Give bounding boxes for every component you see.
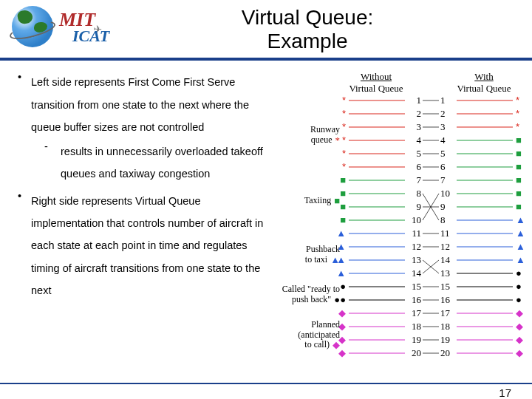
svg-text:▲: ▲ <box>516 241 525 252</box>
svg-text:15: 15 <box>440 281 450 292</box>
bullet-1: • Left side represents First Come First … <box>18 71 269 138</box>
svg-text:3: 3 <box>417 121 422 132</box>
svg-text:▲: ▲ <box>336 267 346 279</box>
svg-text:3: 3 <box>440 121 446 132</box>
svg-text:19: 19 <box>440 334 450 345</box>
svg-text:1: 1 <box>440 95 446 106</box>
bullet-1-text: Left side represents First Come First Se… <box>31 71 269 138</box>
svg-text:*: * <box>342 95 346 106</box>
svg-text:13: 13 <box>412 254 421 265</box>
svg-text:4: 4 <box>440 134 446 146</box>
bullet-dash: - <box>44 140 61 185</box>
svg-text:◆: ◆ <box>516 307 523 318</box>
svg-text:1: 1 <box>417 95 422 106</box>
svg-text:16: 16 <box>412 294 422 305</box>
svg-text:7: 7 <box>440 174 446 185</box>
page-title: Virtual Queue: Example <box>145 6 514 53</box>
svg-text:17: 17 <box>412 307 422 318</box>
svg-text:18: 18 <box>440 321 450 332</box>
svg-text:5: 5 <box>417 148 422 159</box>
svg-text:12: 12 <box>412 241 421 252</box>
title-line2: Example <box>145 30 470 53</box>
svg-text:■: ■ <box>340 201 346 212</box>
state-label-taxiing: Taxiing■ <box>269 196 340 206</box>
svg-text:■: ■ <box>516 188 522 199</box>
svg-text:▲: ▲ <box>516 214 525 225</box>
svg-text:10: 10 <box>412 214 421 225</box>
svg-text:16: 16 <box>440 294 451 305</box>
svg-text:10: 10 <box>440 188 450 199</box>
svg-text:▲: ▲ <box>516 254 525 265</box>
svg-text:*: * <box>516 108 519 119</box>
svg-text:*: * <box>342 161 346 172</box>
svg-text:8: 8 <box>417 188 422 199</box>
svg-text:◆: ◆ <box>516 334 523 345</box>
svg-text:*: * <box>516 95 519 106</box>
svg-text:*: * <box>342 108 346 119</box>
svg-text:*: * <box>342 134 346 146</box>
svg-text:◆: ◆ <box>338 307 346 318</box>
svg-text:5: 5 <box>440 148 446 159</box>
svg-text:2: 2 <box>440 108 446 119</box>
state-label-ready_to_push: Called "ready topush back"● <box>269 284 340 305</box>
svg-text:*: * <box>516 121 519 132</box>
svg-text:13: 13 <box>440 267 450 279</box>
svg-text:*: * <box>342 148 346 159</box>
svg-text:■: ■ <box>340 188 346 199</box>
svg-text:▲: ▲ <box>336 228 346 239</box>
svg-text:*: * <box>342 121 346 132</box>
svg-text:6: 6 <box>440 161 446 172</box>
svg-text:7: 7 <box>417 174 422 185</box>
queue-diagram: Without Virtual Queue With Virtual Queue… <box>269 71 526 303</box>
svg-text:●: ● <box>516 281 522 292</box>
svg-text:20: 20 <box>440 347 450 358</box>
svg-text:14: 14 <box>440 254 451 265</box>
page-number: 17 <box>499 386 511 399</box>
svg-text:12: 12 <box>440 241 450 252</box>
svg-text:2: 2 <box>417 108 422 119</box>
svg-text:■: ■ <box>516 161 522 172</box>
bullet-1-sub: - results in unnecessarily overloaded ta… <box>44 140 269 185</box>
state-label-pushback_to_taxi: Pushbackto taxi▲ <box>269 245 340 265</box>
svg-text:17: 17 <box>440 307 451 318</box>
svg-text:15: 15 <box>412 281 421 292</box>
bullet-2: • Right side represents Virtual Queue im… <box>18 190 269 302</box>
svg-text:■: ■ <box>516 148 522 159</box>
footer-rule <box>0 383 532 384</box>
svg-text:●: ● <box>340 294 346 305</box>
svg-text:9: 9 <box>417 201 422 212</box>
svg-text:■: ■ <box>340 174 346 185</box>
logo-icat: ICAT <box>72 28 109 44</box>
svg-text:■: ■ <box>516 134 522 146</box>
logo: ✈ MIT ICAT <box>12 6 145 50</box>
svg-text:11: 11 <box>440 228 450 239</box>
svg-text:20: 20 <box>412 347 421 358</box>
svg-text:11: 11 <box>412 228 421 239</box>
bullet-1-sub-text: results in unnecessarily overloaded take… <box>61 140 269 185</box>
svg-text:19: 19 <box>412 334 421 345</box>
svg-text:14: 14 <box>412 267 422 279</box>
svg-text:■: ■ <box>516 174 522 185</box>
state-label-runway_queue: Runwayqueue* <box>269 125 340 146</box>
bullet-dot: • <box>18 190 31 302</box>
svg-text:◆: ◆ <box>516 347 523 358</box>
svg-text:◆: ◆ <box>516 321 523 332</box>
svg-text:6: 6 <box>417 161 422 172</box>
svg-text:●: ● <box>516 294 522 305</box>
text-column: • Left side represents First Come First … <box>18 71 269 303</box>
svg-text:8: 8 <box>440 214 446 225</box>
svg-text:■: ■ <box>340 214 346 225</box>
svg-text:▲: ▲ <box>516 228 525 239</box>
bullet-dot: • <box>18 71 31 138</box>
svg-text:●: ● <box>516 267 522 279</box>
title-line1: Virtual Queue: <box>145 6 470 30</box>
bullet-2-text: Right side represents Virtual Queue impl… <box>31 190 269 302</box>
svg-text:9: 9 <box>440 201 446 212</box>
state-label-planned: Planned(anticipatedto call)◆ <box>269 320 340 350</box>
svg-text:■: ■ <box>516 201 522 212</box>
svg-text:18: 18 <box>412 321 421 332</box>
svg-text:4: 4 <box>417 134 422 146</box>
svg-text:●: ● <box>340 281 346 292</box>
